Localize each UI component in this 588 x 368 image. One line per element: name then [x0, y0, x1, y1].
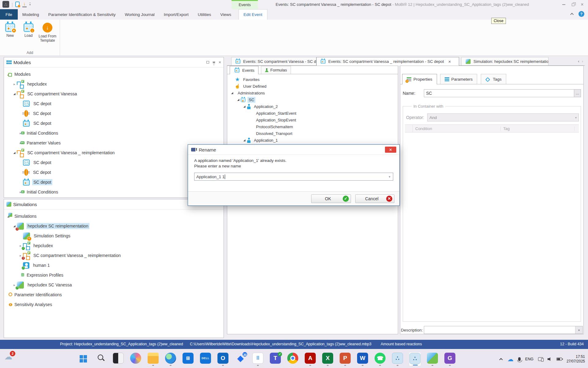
import-icon[interactable]: ↓	[22, 1, 27, 7]
help-icon[interactable]: ?	[579, 11, 584, 17]
dialog-close-button[interactable]: ✕	[385, 147, 396, 153]
taskbar-taskview[interactable]	[112, 352, 124, 366]
taskbar-adobe[interactable]: A	[304, 352, 316, 366]
scroll-tabs-right-icon[interactable]: ›	[582, 59, 583, 63]
tree-item-hepcludex[interactable]: ▸hepcludex	[4, 79, 224, 89]
tab-tags[interactable]: Tags	[481, 74, 506, 84]
microphone-icon[interactable]	[518, 357, 521, 361]
tab-views[interactable]: Views	[216, 9, 236, 20]
tree-item-user-defined[interactable]: ☝User Defined	[227, 83, 398, 90]
load-event-button[interactable]: ↓ Load	[20, 21, 37, 38]
taskbar-explorer[interactable]	[147, 352, 159, 366]
doc-tab-simulation[interactable]: Simulation: hepcludex SC reimplementatio…	[461, 57, 548, 65]
device-cast-icon[interactable]	[538, 357, 543, 361]
expand-arrow-icon[interactable]: ◢	[230, 91, 235, 94]
taskbar-todo[interactable]: ◆30	[234, 352, 247, 366]
expand-arrow-icon[interactable]: ◢	[236, 98, 241, 101]
dialog-title-bar[interactable]: Rename ✕	[188, 145, 399, 155]
ok-button[interactable]: OK ✓	[311, 194, 351, 203]
chevron-down-icon[interactable]: ▾	[575, 326, 582, 334]
tree-item-sc-compartment-vanessa[interactable]: ◢SC compartment Vanessa	[4, 89, 224, 99]
tab-properties[interactable]: Properties	[402, 74, 437, 84]
taskbar-dell[interactable]: DELL	[199, 352, 212, 366]
clock[interactable]: 17:51 27/07/2025	[567, 355, 585, 364]
language-indicator[interactable]: ENG	[525, 357, 533, 361]
taskbar-outlook[interactable]: O	[217, 352, 229, 366]
tree-item-sc-depot[interactable]: SC depot	[4, 118, 224, 128]
taskbar-chrome[interactable]	[287, 352, 299, 366]
taskbar-whatsapp[interactable]: ☎	[374, 352, 386, 366]
close-panel-icon[interactable]: ×	[219, 61, 221, 64]
tree-item-hepcludex[interactable]: ▸✓hepcludex	[4, 241, 224, 251]
tree-item-initial-conditions[interactable]: ▸Initial Conditions	[4, 128, 224, 138]
expand-arrow-icon[interactable]: ◢	[12, 224, 17, 228]
taskbar-store[interactable]: ⊞	[182, 352, 194, 366]
taskbar-start[interactable]	[77, 352, 89, 366]
speaker-icon[interactable]	[548, 357, 552, 361]
tree-item-parameter-identifications[interactable]: Parameter Identifications	[4, 290, 224, 300]
name-ellipsis-button[interactable]: …	[574, 89, 581, 97]
restore-button[interactable]	[568, 1, 578, 9]
taskbar-excel[interactable]: X	[322, 352, 334, 366]
tab-parameters[interactable]: Parameters	[440, 74, 477, 84]
taskbar-mobi1[interactable]: ∴	[391, 352, 404, 366]
taskbar-weather[interactable]: ☁ 2	[4, 352, 20, 366]
load-project-icon[interactable]	[15, 2, 20, 7]
close-tab-icon[interactable]: ×	[448, 59, 451, 64]
tree-item-hepcludex-sc-reimplementation[interactable]: ◢!hepcludex SC reimplementation	[4, 221, 224, 231]
expand-arrow-icon[interactable]: ◢	[12, 92, 17, 95]
hidden-icons-chevron-icon[interactable]	[499, 358, 503, 361]
new-name-input[interactable]: Application_1 1 ▾	[194, 173, 393, 181]
expand-arrow-icon[interactable]: ◢	[242, 139, 247, 142]
onedrive-cloud-icon[interactable]: ☁	[507, 355, 514, 363]
taskbar-word[interactable]: W	[356, 352, 369, 366]
taskbar-copilot[interactable]	[130, 352, 142, 366]
tab-modeling[interactable]: Modeling	[18, 9, 44, 20]
tree-item-simulation-settings[interactable]: Simulation Settings	[4, 231, 224, 241]
taskbar-edge[interactable]	[164, 352, 177, 366]
taskbar-gapp[interactable]: G	[444, 352, 456, 366]
tab-parameter-identification[interactable]: Parameter Identification & Sensitivity	[44, 9, 120, 20]
tree-item-application-startevent[interactable]: Application_StartEvent	[227, 110, 398, 117]
tree-item-hepcludex-sc-vanessa[interactable]: ▸✓hepcludex SC Vanessa	[4, 280, 224, 290]
maximize-panel-icon[interactable]	[206, 61, 209, 63]
tab-file[interactable]: File	[0, 9, 18, 20]
tab-edit-event[interactable]: Edit Event	[239, 9, 267, 20]
scroll-tabs-left-icon[interactable]: ‹	[578, 59, 579, 63]
tab-formulas[interactable]: Formulas	[261, 66, 291, 74]
tab-import-export[interactable]: Import/Export	[159, 9, 193, 20]
expand-arrow-icon[interactable]: ▸	[12, 82, 17, 86]
tree-item-application-stopevent[interactable]: Application_StopEvent	[227, 117, 398, 123]
tree-item-protocolschemaitem[interactable]: ProtocolSchemaItem	[227, 123, 398, 130]
tree-item-modules[interactable]: ◢Modules	[4, 69, 224, 79]
taskbar-pksim[interactable]	[426, 352, 439, 366]
tree-item-sc[interactable]: ◢SC	[227, 96, 398, 103]
expand-arrow-icon[interactable]: ◢	[242, 105, 247, 108]
battery-icon[interactable]	[556, 358, 562, 361]
new-event-button[interactable]: + New	[1, 21, 19, 38]
taskbar-teams[interactable]: T✓	[269, 352, 281, 366]
tree-item-expression-profiles[interactable]: Expression Profiles	[4, 270, 224, 280]
tree-item-sc-depot[interactable]: SC depot	[4, 109, 224, 118]
cancel-button[interactable]: Cancel ✕	[355, 194, 394, 203]
minimize-button[interactable]	[559, 1, 568, 9]
qat-dropdown-icon[interactable]: ▾	[29, 3, 31, 6]
tab-utilities[interactable]: Utilities	[193, 9, 216, 20]
pin-panel-icon[interactable]	[213, 61, 215, 63]
description-input[interactable]: ▾	[424, 326, 583, 334]
condition-column-header[interactable]: Condition	[413, 126, 501, 131]
tree-item-human-1[interactable]: ✓human 1	[4, 260, 224, 270]
tree-item-application-1[interactable]: ◢Application_1	[227, 137, 398, 144]
tree-item-sc-depot[interactable]: SC depot	[4, 99, 224, 109]
load-from-template-button[interactable]: ↓ Load From Template	[37, 21, 58, 43]
tree-item-sc-compartment-vanessa-reimplementation[interactable]: ▸!SC compartment Vanessa _ reimplementat…	[4, 251, 224, 260]
tree-item-simulations[interactable]: ◢Simulations	[4, 211, 224, 221]
tree-item-favorites[interactable]: ★Favorites	[227, 76, 398, 83]
tag-column-header[interactable]: Tag	[501, 126, 575, 131]
tree-item-sensitivity-analyses[interactable]: Sensitivity Analyses	[4, 300, 224, 309]
taskbar-calendar[interactable]: ⠿	[252, 352, 264, 366]
taskbar-mobi2[interactable]: ∴	[409, 352, 421, 366]
tab-working-journal[interactable]: Working Journal	[120, 9, 159, 20]
tree-item-dissolved-transport[interactable]: Dissolved_Transport	[227, 130, 398, 137]
taskbar-powerpoint[interactable]: P	[339, 352, 351, 366]
